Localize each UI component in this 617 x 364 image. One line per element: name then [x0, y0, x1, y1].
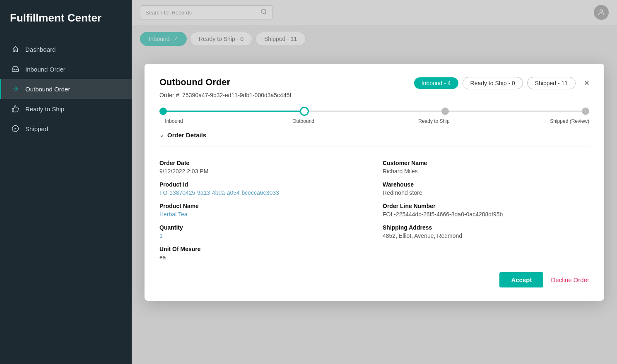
sidebar-label-outbound: Outbound Order	[25, 86, 70, 93]
inbound-icon	[11, 65, 19, 73]
sidebar-item-dashboard[interactable]: Dashboard	[0, 39, 132, 59]
section-toggle[interactable]: ⌄ Order Details	[159, 132, 589, 139]
modal-footer: Accept Decline Order	[159, 272, 589, 287]
badge-ready-to-ship[interactable]: Ready to Ship - 0	[463, 77, 523, 89]
warehouse-value: Redmond store	[383, 189, 589, 196]
product-name-value: Herbal Tea	[159, 211, 366, 218]
left-column: Order Date 9/12/2022 2:03 PM Product Id …	[159, 153, 366, 261]
decline-button[interactable]: Decline Order	[551, 276, 589, 283]
sidebar-item-outbound-order[interactable]: Outbound Order	[0, 79, 132, 99]
sidebar-item-shipped[interactable]: Shipped	[0, 119, 132, 139]
section-label: Order Details	[167, 132, 206, 139]
app-title: Fulfillment Center	[0, 0, 132, 36]
product-name-label: Product Name	[159, 203, 366, 209]
product-id-label: Product Id	[159, 181, 366, 188]
divider	[159, 146, 589, 146]
chevron-down-icon: ⌄	[159, 132, 164, 138]
order-number-row: Order #: 75390a47-9b32-ed11-9db1-000d3a5…	[159, 92, 589, 98]
thumb-up-icon	[11, 105, 19, 113]
warehouse-label: Warehouse	[383, 181, 589, 188]
unit-of-measure-label: Unit Of Mesure	[159, 246, 366, 252]
step-label-ready: Ready to Ship	[418, 118, 449, 124]
right-column: Customer Name Richard Miles Warehouse Re…	[383, 153, 589, 261]
sidebar-item-ready-to-ship[interactable]: Ready to Ship	[0, 99, 132, 119]
stepper-labels: Inbound Outbound Ready to Ship Shipped (…	[159, 118, 589, 124]
home-icon	[11, 45, 19, 53]
shipping-address-value: 4852, Elliot, Avenue, Redmond	[383, 232, 589, 239]
modal-title: Outbound Order	[159, 77, 230, 88]
step-label-outbound: Outbound	[289, 118, 318, 124]
sidebar-item-inbound-order[interactable]: Inbound Order	[0, 59, 132, 79]
order-number-label: Order #:	[159, 92, 181, 98]
sidebar-label-shipped: Shipped	[25, 125, 48, 132]
step-ready-to-ship	[441, 108, 449, 115]
sidebar-label-dashboard: Dashboard	[25, 46, 55, 53]
order-details-grid: Order Date 9/12/2022 2:03 PM Product Id …	[159, 153, 589, 261]
quantity-label: Quantity	[159, 224, 366, 231]
step-label-shipped: Shipped (Review)	[550, 118, 589, 124]
accept-button[interactable]: Accept	[499, 272, 543, 287]
sidebar-label-inbound: Inbound Order	[25, 66, 65, 73]
modal-overlay: Outbound Order Inbound - 4 Ready to Ship…	[132, 0, 617, 364]
customer-name-label: Customer Name	[383, 160, 589, 166]
shipping-address-label: Shipping Address	[383, 224, 589, 231]
order-date-value: 9/12/2022 2:03 PM	[159, 168, 366, 175]
step-label-inbound: Inbound	[159, 118, 188, 124]
main-area: Inbound - 4 Ready to Ship - 0 Shipped - …	[132, 0, 617, 364]
customer-name-value: Richard Miles	[383, 168, 589, 175]
sidebar-nav: Dashboard Inbound Order Outbound Order	[0, 39, 132, 139]
order-line-number-label: Order Line Number	[383, 203, 589, 209]
check-circle-icon	[11, 125, 19, 133]
quantity-value: 1	[159, 232, 366, 239]
order-number-value: 75390a47-9b32-ed11-9db1-000d3a5c445f	[182, 92, 291, 98]
modal-header: Outbound Order Inbound - 4 Ready to Ship…	[159, 77, 589, 89]
sidebar: Fulfillment Center Dashboard Inbound Ord…	[0, 0, 132, 364]
step-shipped-review	[582, 108, 589, 115]
close-button[interactable]: ×	[584, 79, 589, 88]
unit-of-measure-value: ea	[159, 254, 366, 261]
modal: Outbound Order Inbound - 4 Ready to Ship…	[145, 64, 604, 301]
outbound-icon	[11, 85, 19, 93]
badge-shipped[interactable]: Shipped - 11	[527, 77, 576, 89]
order-date-label: Order Date	[159, 160, 366, 166]
step-inbound	[159, 108, 167, 115]
step-outbound	[300, 107, 309, 116]
badge-inbound[interactable]: Inbound - 4	[414, 77, 458, 89]
order-line-number-value: FOL-225444dc-26f5-4666-8da0-0ac4288df95b	[383, 211, 589, 218]
sidebar-label-ready: Ready to Ship	[25, 105, 64, 113]
modal-header-right: Inbound - 4 Ready to Ship - 0 Shipped - …	[414, 77, 589, 89]
product-id-value: FO-13870425-9a13-4bda-a054-bcecca6c3033	[159, 189, 366, 196]
